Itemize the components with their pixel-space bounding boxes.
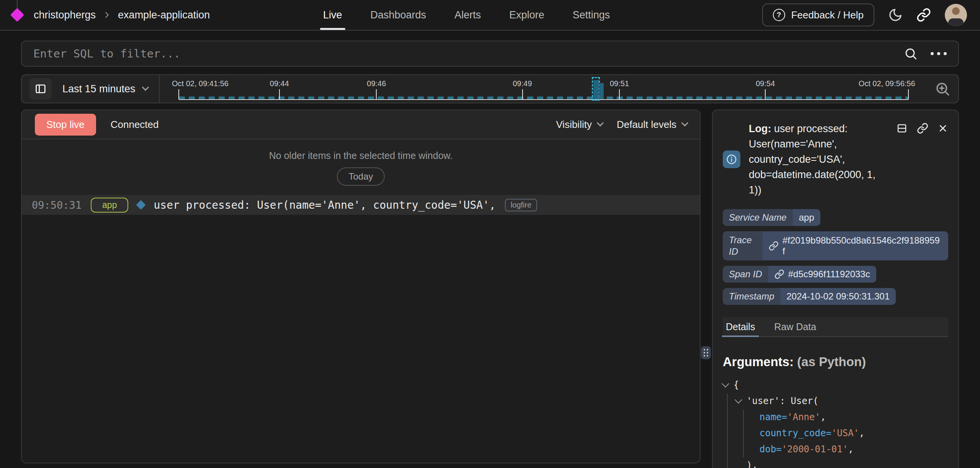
- chevron-down-icon: [142, 83, 149, 90]
- logfire-logo[interactable]: [12, 10, 22, 20]
- visibility-dropdown[interactable]: Visibility: [556, 119, 602, 131]
- timeline-tick-label: 09:54: [756, 79, 775, 88]
- more-options-icon[interactable]: [931, 52, 947, 55]
- arguments-heading: Arguments: (as Python): [723, 355, 948, 369]
- span-id-value: #d5c996f11192033c: [788, 269, 870, 280]
- tab-alerts[interactable]: Alerts: [451, 0, 484, 30]
- live-log-panel: Stop live Connected Visibility Default l…: [21, 110, 701, 463]
- navbar-actions: ? Feedback / Help: [762, 3, 967, 26]
- arguments-python-tree: { 'user': User( name='Anne', country_cod…: [723, 377, 948, 468]
- logfire-tag[interactable]: logfire: [505, 199, 537, 211]
- service-badge[interactable]: app: [91, 198, 128, 213]
- code-line[interactable]: 'user': User(: [723, 393, 948, 409]
- link-icon: [769, 241, 779, 251]
- today-button[interactable]: Today: [337, 167, 384, 186]
- timestamp-value: 2024-10-02 09:50:31.301: [780, 288, 896, 305]
- detail-tabs: Details Raw Data: [723, 317, 948, 337]
- sidebar-toggle-button[interactable]: [29, 78, 52, 100]
- code-line: ),: [723, 457, 948, 468]
- top-navbar: christophergs example-application Live D…: [0, 0, 980, 31]
- close-detail-button[interactable]: [938, 123, 948, 134]
- breadcrumb-org[interactable]: christophergs: [34, 9, 96, 21]
- timestamp-field: Timestamp 2024-10-02 09:50:31.301: [723, 288, 896, 305]
- search-icon[interactable]: [904, 47, 918, 61]
- histogram-bar: [593, 80, 599, 99]
- zoom-in-button[interactable]: [934, 81, 951, 97]
- tab-settings[interactable]: Settings: [570, 0, 613, 30]
- timeline-tick: [522, 89, 523, 99]
- user-avatar[interactable]: [945, 4, 967, 26]
- stop-live-button[interactable]: Stop live: [35, 114, 96, 136]
- breadcrumb: christophergs example-application: [34, 9, 210, 21]
- moon-icon: [888, 8, 903, 22]
- log-row[interactable]: 09:50:31 app user processed: User(name='…: [22, 195, 700, 215]
- empty-window-message: No older items in the selected time wind…: [22, 150, 700, 161]
- span-id-field[interactable]: Span ID #d5c996f11192033c: [723, 266, 876, 283]
- timeline-tick: [178, 89, 179, 99]
- timeline-tick: [376, 89, 377, 99]
- question-circle-icon: ?: [773, 9, 785, 21]
- sidebar-layout-icon: [34, 83, 47, 95]
- sql-filter-placeholder: Enter SQL to filter...: [33, 47, 904, 60]
- tree-caret-icon[interactable]: [735, 396, 742, 404]
- tab-explore[interactable]: Explore: [506, 0, 547, 30]
- timeline-axis: [179, 99, 908, 100]
- timeline-tick-label: 09:49: [513, 79, 532, 88]
- chevron-right-icon: [103, 11, 111, 19]
- chevron-down-icon: [597, 119, 604, 126]
- timeline-tick: [619, 89, 620, 99]
- copy-link-button[interactable]: [917, 123, 928, 134]
- link-icon: [917, 123, 928, 134]
- trace-id-field[interactable]: Trace ID #f2019b98b550cd8a61546c2f918895…: [723, 231, 948, 260]
- share-link-button[interactable]: [916, 8, 931, 22]
- time-range-label: Last 15 minutes: [62, 83, 136, 95]
- histogram-spike[interactable]: [592, 75, 607, 99]
- tree-caret-icon[interactable]: [722, 380, 729, 388]
- default-levels-dropdown[interactable]: Default levels: [617, 119, 687, 131]
- timeline-tick: [279, 89, 280, 99]
- code-line: country_code='USA',: [723, 425, 948, 441]
- tab-dashboards[interactable]: Dashboards: [368, 0, 430, 30]
- theme-toggle-button[interactable]: [888, 8, 903, 22]
- log-timestamp: 09:50:31: [32, 199, 82, 211]
- log-message: user processed: User(name='Anne', countr…: [154, 199, 495, 211]
- code-line: name='Anne',: [723, 409, 948, 425]
- default-levels-label: Default levels: [617, 119, 676, 131]
- timeline-bar: Last 15 minutes Oct 02, 09:41:56 09:44 0…: [21, 74, 959, 103]
- link-icon: [774, 269, 784, 279]
- tab-live[interactable]: Live: [320, 0, 345, 30]
- trace-id-value: #f2019b98b550cd8a61546c2f9188959f: [782, 235, 942, 257]
- magnifier-plus-icon: [934, 81, 951, 97]
- field-label: Timestamp: [723, 288, 780, 305]
- code-line[interactable]: {: [723, 377, 948, 393]
- timeline-histogram[interactable]: Oct 02, 09:41:56 09:44 09:46 09:49 09:51…: [160, 75, 928, 103]
- link-icon: [916, 8, 931, 22]
- timeline-tick-label: 09:44: [270, 79, 289, 88]
- indent-guide: [727, 394, 728, 468]
- timeline-tick-label: 09:51: [610, 79, 629, 88]
- info-level-icon: [723, 151, 740, 168]
- live-panel-header: Stop live Connected Visibility Default l…: [22, 110, 700, 139]
- time-range-selector[interactable]: Last 15 minutes: [62, 83, 147, 95]
- connection-status: Connected: [111, 119, 159, 131]
- logo-diamond-icon: [10, 8, 24, 22]
- indent-guide: [743, 410, 744, 457]
- main-nav: Live Dashboards Alerts Explore Settings: [320, 0, 613, 30]
- log-level-diamond-icon: [136, 200, 146, 209]
- sql-filter-input[interactable]: Enter SQL to filter...: [21, 41, 959, 67]
- tab-details[interactable]: Details: [725, 317, 756, 336]
- histogram-baseline: [179, 97, 908, 99]
- tab-raw-data[interactable]: Raw Data: [773, 317, 817, 336]
- field-label: Trace ID: [723, 231, 763, 260]
- live-panel-body: No older items in the selected time wind…: [22, 139, 700, 463]
- breadcrumb-project[interactable]: example-application: [118, 9, 210, 21]
- field-label: Service Name: [723, 209, 793, 226]
- service-name-field: Service Name app: [723, 209, 820, 226]
- split-view-button[interactable]: [896, 123, 908, 134]
- timeline-tick-label: 09:46: [367, 79, 386, 88]
- feedback-help-button[interactable]: ? Feedback / Help: [762, 3, 874, 26]
- log-list-empty-area: [22, 215, 700, 463]
- feedback-help-label: Feedback / Help: [791, 9, 864, 21]
- field-value: app: [793, 209, 820, 226]
- panel-resize-handle[interactable]: [701, 346, 711, 359]
